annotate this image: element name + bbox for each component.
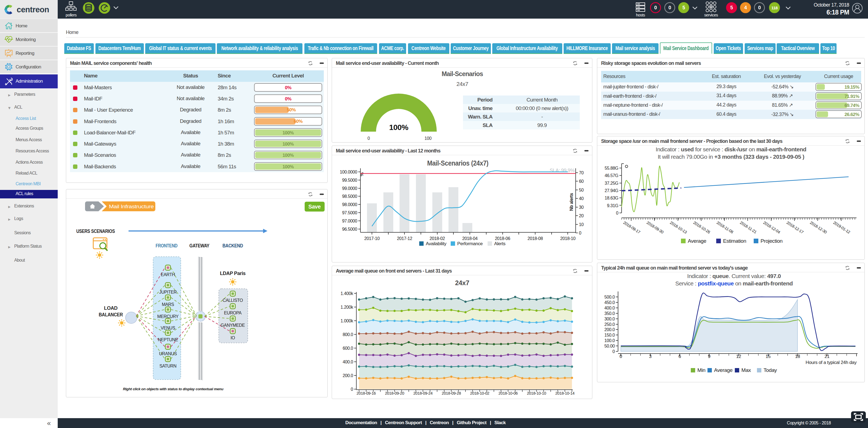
svg-text:1.400k: 1.400k [340, 291, 353, 296]
svg-text:200.0: 200.0 [604, 327, 615, 332]
svg-text:Projection: Projection [761, 238, 783, 244]
svg-text:800.0: 800.0 [343, 332, 353, 337]
svg-text:0: 0 [619, 354, 622, 359]
svg-text:2018-11-08: 2018-11-08 [716, 220, 734, 234]
svg-text:BALANCER: BALANCER [99, 312, 123, 317]
svg-text:20: 20 [579, 213, 584, 218]
svg-text:2018-09-20: 2018-09-20 [385, 391, 404, 395]
svg-text:60: 60 [579, 179, 584, 183]
svg-text:10: 10 [579, 222, 584, 227]
svg-text:18: 18 [795, 354, 800, 359]
svg-text:GATEWAY: GATEWAY [189, 243, 210, 249]
svg-text:2018-10-06: 2018-10-06 [499, 391, 518, 395]
svg-text:NEPTUNE: NEPTUNE [158, 337, 178, 342]
svg-text:2018-09-24: 2018-09-24 [413, 391, 433, 395]
svg-text:Availability: Availability [426, 241, 446, 246]
svg-text:2018-12-17: 2018-12-17 [786, 220, 804, 234]
svg-text:2018-10: 2018-10 [560, 236, 576, 241]
svg-text:2018-04: 2018-04 [462, 236, 477, 241]
svg-text:2018-09-30: 2018-09-30 [646, 220, 664, 234]
svg-text:2018-09-17: 2018-09-17 [622, 220, 641, 234]
svg-text:600.0: 600.0 [343, 346, 353, 350]
svg-text:LOAD: LOAD [104, 306, 118, 311]
svg-text:2018-12-04: 2018-12-04 [763, 220, 781, 234]
svg-text:BACKEND: BACKEND [223, 243, 243, 249]
svg-text:27.94G: 27.94G [604, 188, 618, 193]
svg-text:21: 21 [825, 354, 830, 359]
svg-text:Indicator : used for service :: Indicator : used for service : disk-/usr… [656, 146, 806, 152]
svg-text:500.0: 500.0 [604, 295, 615, 299]
svg-text:GANYMEDE: GANYMEDE [221, 323, 245, 327]
svg-text:Today: Today [764, 367, 777, 373]
svg-text:97.0000: 97.0000 [342, 219, 358, 223]
svg-text:Alerts: Alerts [494, 241, 505, 246]
svg-text:46.57G: 46.57G [604, 173, 618, 178]
svg-text:24x7: 24x7 [455, 279, 469, 287]
svg-text:Right click on objects with st: Right click on objects with status to di… [123, 387, 223, 391]
svg-text:98.0000: 98.0000 [342, 202, 358, 207]
svg-text:Save: Save [308, 204, 320, 210]
svg-text:2018-02: 2018-02 [430, 236, 445, 241]
svg-text:0: 0 [616, 211, 619, 216]
svg-text:350.0: 350.0 [604, 311, 615, 316]
svg-text:2018-10-13: 2018-10-13 [669, 220, 688, 234]
svg-text:100%: 100% [389, 123, 409, 132]
svg-text:JUPITER: JUPITER [159, 290, 177, 294]
svg-text:2018-08: 2018-08 [528, 236, 543, 241]
svg-text:450.0: 450.0 [604, 300, 615, 305]
svg-text:9: 9 [708, 354, 711, 359]
svg-text:Average: Average [688, 238, 706, 244]
svg-text:Service : postfix-queue on mai: Service : postfix-queue on mail-earth-fr… [675, 280, 793, 287]
svg-text:SLA: 99.9%: SLA: 99.9% [550, 168, 575, 173]
svg-text:Nb alerts: Nb alerts [569, 193, 574, 211]
svg-text:2018-12-30: 2018-12-30 [809, 220, 828, 234]
svg-text:2018-09-28: 2018-09-28 [442, 391, 461, 395]
svg-text:97.5000: 97.5000 [342, 210, 358, 215]
svg-text:FRONTEND: FRONTEND [156, 243, 178, 249]
svg-text:SATURN: SATURN [159, 364, 176, 368]
svg-text:2017-12: 2017-12 [397, 236, 412, 241]
svg-text:200.0: 200.0 [343, 373, 353, 378]
svg-text:2018-06: 2018-06 [495, 236, 510, 241]
svg-text:250.0: 250.0 [604, 322, 615, 327]
svg-text:100: 100 [425, 136, 432, 141]
svg-text:12: 12 [736, 354, 741, 359]
svg-text:100.0: 100.0 [604, 338, 615, 343]
svg-text:99.0000: 99.0000 [342, 186, 358, 191]
svg-text:2018-10-14: 2018-10-14 [555, 391, 575, 395]
svg-text:IO: IO [230, 336, 235, 340]
svg-text:Indicator : queue. Current val: Indicator : queue. Current value: 497.0 [687, 273, 781, 279]
svg-text:It will reach 79.00Go in +3 mo: It will reach 79.00Go in +3 months (323 … [658, 153, 804, 160]
svg-text:URANUS: URANUS [159, 351, 177, 356]
svg-text:Min: Min [698, 367, 705, 373]
svg-text:15: 15 [766, 354, 771, 359]
svg-text:1.200k: 1.200k [340, 305, 353, 310]
svg-text:3: 3 [649, 354, 651, 359]
svg-text:37.25G: 37.25G [604, 181, 618, 186]
svg-text:2018-10-10: 2018-10-10 [527, 391, 547, 395]
svg-text:98.5000: 98.5000 [342, 194, 358, 199]
svg-text:300.0: 300.0 [604, 317, 615, 321]
svg-text:USERS SCENARIOS: USERS SCENARIOS [76, 229, 115, 234]
svg-text:100.0000: 100.0000 [340, 170, 357, 174]
svg-text:6: 6 [679, 354, 681, 359]
svg-text:2019-01-12: 2019-01-12 [832, 220, 851, 234]
svg-text:50.00: 50.00 [604, 344, 615, 348]
svg-text:50: 50 [579, 188, 584, 192]
svg-text:Hours of a typical 24h day: Hours of a typical 24h day [806, 360, 857, 365]
svg-text:2018-11-21: 2018-11-21 [739, 220, 757, 234]
svg-text:99.5000: 99.5000 [342, 178, 358, 182]
svg-text:0: 0 [579, 231, 581, 235]
svg-text:2017-10: 2017-10 [364, 236, 379, 241]
svg-text:400.0: 400.0 [343, 360, 353, 364]
svg-text:150.0: 150.0 [604, 333, 615, 337]
svg-text:70: 70 [579, 170, 584, 175]
svg-text:55.88G: 55.88G [604, 166, 618, 170]
svg-text:0: 0 [613, 349, 615, 354]
svg-text:18.63G: 18.63G [604, 196, 618, 200]
svg-text:Max: Max [741, 367, 751, 373]
svg-text:Performance: Performance [457, 241, 483, 246]
svg-text:EUROPA: EUROPA [224, 311, 242, 315]
svg-text:40: 40 [579, 196, 584, 201]
svg-text:Mail-Scenarios (24x7): Mail-Scenarios (24x7) [427, 159, 489, 167]
